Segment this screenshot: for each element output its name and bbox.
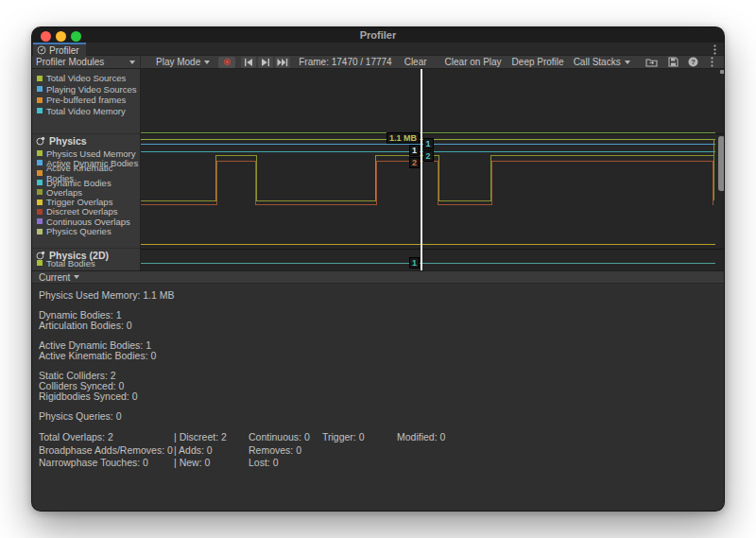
legend-item[interactable]: Total Video Memory	[32, 106, 141, 117]
stat-cell: Broadphase Adds/Removes: 0	[39, 444, 173, 458]
legend-swatch	[37, 189, 43, 195]
tab-label: Profiler	[49, 45, 79, 56]
previous-frame-button[interactable]	[241, 57, 256, 68]
physics-module-legend: Physics Used MemoryActive Dynamic Bodies…	[32, 148, 141, 236]
legend-item[interactable]: Overlaps	[32, 187, 141, 197]
chart-scrollbar-track[interactable]	[720, 70, 725, 74]
legend-swatch	[37, 170, 43, 176]
legend-label: Total Video Memory	[46, 106, 126, 116]
stat-group: Static Colliders: 2Colliders Synced: 0Ri…	[39, 371, 724, 402]
physics-module-icon	[36, 136, 45, 146]
legend-swatch	[37, 200, 43, 205]
current-frame-button[interactable]	[275, 57, 290, 68]
chevron-down-icon	[625, 61, 630, 64]
stat-cell: | Discreet: 2	[174, 431, 227, 444]
clear-on-play-toggle[interactable]: Clear on Play	[445, 57, 502, 67]
discreet-overlaps-line	[141, 162, 713, 205]
chevron-down-icon[interactable]	[74, 275, 79, 279]
legend-swatch	[37, 209, 43, 215]
profiler-modules-label: Profiler Modules	[36, 57, 104, 67]
stat-table-row: Broadphase Adds/Removes: 0| Adds: 0Remov…	[39, 444, 724, 458]
legend-item[interactable]: Playing Video Sources	[32, 84, 141, 95]
legend-swatch	[37, 180, 43, 185]
legend-label: Physics Queries	[46, 226, 112, 236]
call-stacks-dropdown[interactable]: Call Stacks	[574, 57, 630, 67]
help-button[interactable]: ?	[686, 57, 700, 68]
legend-swatch	[37, 86, 43, 92]
tab-bar: Profiler	[32, 43, 724, 56]
tab-profiler[interactable]: Profiler	[33, 43, 86, 56]
stat-table-row: Total Overlaps: 2| Discreet: 2Continuous…	[39, 431, 724, 444]
profiler-gauge-icon	[37, 45, 46, 55]
legend-swatch	[37, 150, 43, 156]
profiler-toolbar: Profiler Modules Play Mode Frame: 17470 …	[32, 56, 724, 69]
stat-cell: | New: 0	[174, 457, 210, 470]
play-mode-dropdown[interactable]: Play Mode	[156, 57, 210, 67]
chart-section-divider	[141, 249, 725, 250]
stat-cell: Narrowphase Touches: 0	[39, 457, 148, 470]
legend-item[interactable]: Total Video Sources	[32, 73, 141, 84]
playhead-line[interactable]	[421, 69, 422, 270]
playhead-value-label: 1	[409, 257, 420, 269]
legend-item[interactable]: Physics Used Memory	[32, 148, 141, 158]
legend-label: Playing Video Sources	[46, 84, 136, 95]
stat-cell: Removes: 0	[249, 444, 301, 458]
load-profile-button[interactable]	[644, 57, 659, 68]
details-mode-dropdown[interactable]: Current	[39, 272, 70, 283]
profiler-modules-dropdown[interactable]: Profiler Modules	[32, 56, 141, 69]
legend-item[interactable]: Physics Queries	[32, 226, 141, 235]
legend-swatch	[37, 229, 43, 234]
chart-scrollbar-thumb[interactable]	[718, 136, 725, 191]
stat-group: Physics Used Memory: 1.1 MB	[39, 290, 724, 301]
legend-item[interactable]: Continuous Overlaps	[32, 217, 141, 226]
chevron-down-icon	[204, 61, 210, 64]
stat-cell: Modified: 0	[397, 431, 445, 444]
stat-line: Rigidbodies Synced: 0	[39, 391, 724, 402]
save-profile-button[interactable]	[666, 57, 680, 68]
physics-module-title: Physics	[49, 135, 87, 147]
stat-group: Physics Queries: 0	[39, 411, 724, 422]
legend-label: Total Video Sources	[46, 73, 126, 83]
legend-item[interactable]: Trigger Overlaps	[32, 197, 141, 206]
playhead-value-label: 1	[409, 145, 420, 156]
chevron-down-icon	[129, 61, 135, 64]
legend-item[interactable]: Total Bodies	[32, 258, 141, 269]
legend-item[interactable]: Pre-buffered frames	[32, 95, 141, 106]
legend-swatch	[37, 76, 43, 81]
stat-line: Active Kinematic Bodies: 0	[39, 351, 724, 361]
toolbar-kebab-icon[interactable]	[705, 57, 719, 68]
legend-item[interactable]: Active Kinematic Bodies	[32, 168, 141, 178]
details-stats-pane: Physics Used Memory: 1.1 MBDynamic Bodie…	[32, 284, 724, 512]
play-mode-label: Play Mode	[156, 57, 200, 67]
stat-group: Dynamic Bodies: 1Articulation Bodies: 0	[39, 310, 724, 331]
stat-line: Static Colliders: 2	[39, 371, 724, 381]
save-floppy-icon	[668, 57, 679, 67]
overlaps-line	[141, 155, 713, 200]
profiler-main: Total Video SourcesPlaying Video Sources…	[32, 69, 725, 270]
stat-cell: Trigger: 0	[322, 431, 365, 444]
help-icon: ?	[688, 57, 698, 67]
call-stacks-label: Call Stacks	[574, 57, 621, 67]
legend-item[interactable]: Discreet Overlaps	[32, 207, 141, 217]
stat-line: Dynamic Bodies: 1	[39, 310, 724, 321]
legend-swatch	[37, 97, 43, 103]
stat-cell: Continuous: 0	[249, 431, 310, 444]
playhead-value-label: 1.1 MB	[387, 132, 420, 144]
record-button[interactable]	[218, 57, 235, 68]
next-frame-button[interactable]	[258, 57, 273, 68]
tab-menu-kebab-icon[interactable]	[709, 43, 720, 55]
stat-cell: Lost: 0	[249, 457, 279, 470]
profiler-chart-area[interactable]: 1.1 MB11221	[141, 69, 725, 270]
legend-label: Total Bodies	[46, 258, 95, 269]
legend-swatch	[37, 218, 43, 224]
deep-profile-toggle[interactable]: Deep Profile	[512, 57, 564, 67]
profiler-window: Profiler Profiler Profiler Modules	[31, 26, 725, 512]
stat-cell: | Adds: 0	[174, 444, 213, 458]
clear-button[interactable]: Clear	[404, 57, 427, 67]
record-icon	[224, 59, 231, 65]
module-legend-sidebar: Total Video SourcesPlaying Video Sources…	[32, 69, 141, 270]
playhead-value-label: 2	[409, 157, 420, 168]
physics-module-header[interactable]: Physics	[32, 133, 141, 147]
legend-swatch	[37, 108, 43, 113]
stat-line: Articulation Bodies: 0	[39, 321, 724, 331]
